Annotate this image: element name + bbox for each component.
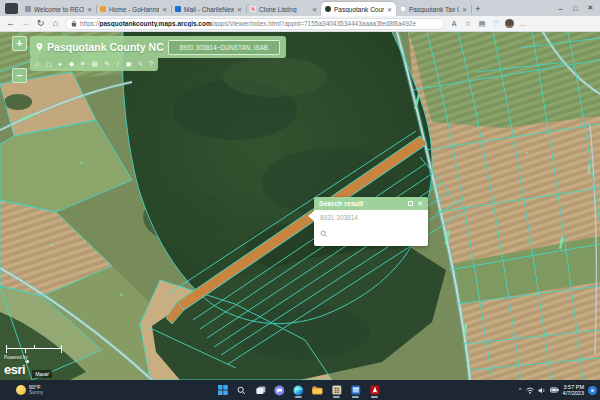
zoom-in-button[interactable]: + [12,36,27,51]
volume-icon[interactable] [538,387,546,394]
tab-mail[interactable]: Mail - CharlieNewsome ✕ [171,2,246,16]
profile-avatar[interactable] [505,19,514,28]
pin-icon[interactable]: ◆ [69,61,74,68]
back-icon[interactable]: ← [5,19,16,28]
acrobat-icon [369,385,379,395]
browser-essentials-icon[interactable]: ♡ [491,20,501,28]
file-explorer-button[interactable] [312,384,323,396]
print-icon[interactable]: ▣ [126,61,132,68]
adobe-acrobat-button[interactable] [369,384,380,396]
search-result-popup: Search result ✕ 8931 303814 [314,197,428,246]
popup-header[interactable]: Search result ✕ [314,197,428,210]
read-aloud-icon[interactable]: A [449,20,459,27]
close-tab-icon[interactable]: ✕ [162,6,167,13]
chat-button[interactable] [274,384,285,396]
tab-label: Mail - CharlieNewsome [184,6,234,13]
gohanna-favicon-icon [100,6,106,12]
notification-badge[interactable] [588,386,597,395]
new-tab-button[interactable]: + [471,4,485,14]
close-tab-icon[interactable]: ✕ [87,6,92,13]
weather-widget[interactable]: 60°F Sunny [16,380,43,400]
tab-home-gohanna[interactable]: Home - GoHanna ✕ [96,2,171,16]
map-app-header: Pasquotank County NC 8931 303814~DUNSTAN… [30,36,286,58]
tray-overflow-icon[interactable]: ^ [519,387,522,393]
popup-maximize-icon[interactable] [408,201,413,206]
bookmark-icon[interactable]: ▸ [59,61,62,68]
close-tab-icon[interactable]: ✕ [312,6,317,13]
clock-date: 4/7/2023 [563,390,584,396]
reocentral-favicon-icon [25,6,31,12]
system-tray: ^ 3:57 PM 4/7/2023 [519,380,597,400]
close-tab-icon[interactable]: ✕ [462,6,467,13]
powered-by-label: Powered by [4,355,29,360]
layers-icon[interactable]: ≡ [81,61,85,68]
settings-menu-icon[interactable]: … [518,20,528,27]
favorites-icon[interactable]: ☆ [463,20,473,28]
close-tab-icon[interactable]: ✕ [387,6,392,13]
home-icon[interactable]: ⌂ [35,61,39,68]
legend-icon[interactable]: ▤ [92,61,98,68]
tab-label: Pasquotank Tax Card [409,6,459,13]
close-window-button[interactable]: ✕ [583,4,598,12]
popup-title: Search result [319,200,404,207]
pinned-app-grid-button[interactable] [331,384,342,396]
maximize-button[interactable]: □ [568,5,583,12]
screen: Welcome to REOcentral ✕ Home - GoHanna ✕… [0,0,600,400]
satellite-basemap[interactable] [0,32,600,380]
tab-tax-card[interactable]: Pasquotank Tax Card ✕ [396,2,471,16]
tab-clone-listing[interactable]: N Clone Listing ✕ [246,2,321,16]
popup-close-icon[interactable]: ✕ [417,200,423,207]
zoom-out-button[interactable]: – [12,68,27,83]
close-tab-icon[interactable]: ✕ [237,6,242,13]
edge-browser-icon [293,385,304,396]
parcel-search-box[interactable]: 8931 303814~DUNSTAN, ISAB [168,40,280,55]
popup-result-text[interactable]: 8931 303814 [320,214,422,221]
location-pin-icon [36,42,43,52]
tab-welcome-reocentral[interactable]: Welcome to REOcentral ✕ [21,2,96,16]
map-attribution: Powered by esri Maxar [4,355,52,378]
search-button[interactable] [236,384,247,396]
share-icon[interactable]: < [139,61,143,68]
wifi-icon[interactable] [526,387,534,394]
measure-icon[interactable]: ✎ [105,61,110,68]
url-text: https://pasquotankcounty.maps.arcgis.com… [80,20,416,27]
folder-icon [312,386,323,395]
refresh-icon[interactable]: ↻ [35,19,46,28]
home-icon[interactable]: ⌂ [50,19,61,28]
pinned-app-window-button[interactable] [350,384,361,396]
browser-tab-strip: Welcome to REOcentral ✕ Home - GoHanna ✕… [0,0,600,16]
forward-icon[interactable]: → [20,19,31,28]
tab-label: Pasquotank County NC [334,6,384,13]
collections-icon[interactable]: ▤ [477,20,487,28]
blue-window-app-icon [350,385,360,395]
map-viewport[interactable]: + – Pasquotank County NC 8931 303814~DUN… [0,32,600,380]
taskbar-clock[interactable]: 3:57 PM 4/7/2023 [563,384,584,397]
edge-button[interactable] [293,384,304,396]
tab-actions-icon[interactable] [5,3,18,14]
draw-icon[interactable]: / [117,61,119,68]
sunny-weather-icon [16,385,26,395]
map-title: Pasquotank County NC [47,41,164,53]
arcgis-globe-favicon-icon [325,6,331,12]
address-bar[interactable]: https://pasquotankcounty.maps.arcgis.com… [65,18,445,30]
zoom-to-result-icon[interactable] [320,230,328,238]
weather-condition: Sunny [29,390,43,396]
info-icon[interactable]: ? [149,61,153,68]
task-view-icon [255,386,265,395]
window-controls: – □ ✕ [553,0,598,16]
map-widget-toolbar: ⌂ ▢ ▸ ◆ ≡ ▤ ✎ / ▣ < ? [30,58,158,71]
search-icon [237,386,246,395]
chat-icon [274,385,285,396]
windows-taskbar: 60°F Sunny [0,380,600,400]
task-view-button[interactable] [255,384,266,396]
gallery-icon[interactable]: ▢ [46,61,52,68]
battery-icon[interactable] [550,387,559,393]
start-button[interactable] [217,384,228,396]
minimize-button[interactable]: – [553,5,568,12]
tab-pasquotank-county[interactable]: Pasquotank County NC ✕ [321,2,396,16]
browser-toolbar: ← → ↻ ⌂ https://pasquotankcounty.maps.ar… [0,16,600,32]
outlook-favicon-icon [175,6,181,12]
tab-label: Welcome to REOcentral [34,6,84,13]
scale-bar [6,345,62,353]
imagery-credit-badge: Maxar [32,370,52,378]
